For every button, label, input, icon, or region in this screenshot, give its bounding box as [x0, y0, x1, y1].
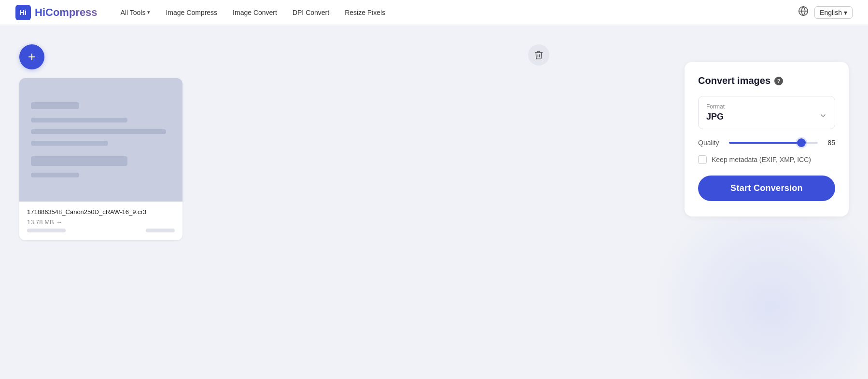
file-card: 1718863548_Canon250D_cRAW-16_9.cr3 13.78… [19, 78, 182, 240]
quality-value: 85 [824, 139, 835, 147]
metadata-checkbox[interactable] [698, 155, 707, 164]
logo[interactable]: Hi HiCompress [15, 5, 98, 20]
language-button[interactable]: English ▾ [814, 6, 853, 19]
quality-slider[interactable] [729, 142, 818, 144]
file-info: 1718863548_Canon250D_cRAW-16_9.cr3 13.78… [19, 202, 182, 240]
format-select[interactable]: Format JPG [698, 96, 835, 129]
preview-line-3 [31, 129, 166, 134]
start-conversion-button[interactable]: Start Conversion [698, 176, 835, 201]
file-name: 1718863548_Canon250D_cRAW-16_9.cr3 [27, 208, 175, 216]
format-chevron-icon [819, 112, 827, 122]
preview-line-2 [31, 118, 127, 122]
globe-icon[interactable] [798, 6, 809, 19]
lang-chevron-icon: ▾ [844, 9, 847, 16]
format-value: JPG [706, 112, 724, 122]
navbar: Hi HiCompress All Tools ▾ Image Compress… [0, 0, 868, 25]
file-meta: 13.78 MB → [27, 218, 175, 226]
nav-right: English ▾ [798, 6, 853, 19]
preview-line-6 [31, 173, 79, 177]
main-content: + 1718863548_Canon250D_cRAW-16_9.cr3 13.… [0, 25, 868, 379]
delete-button[interactable] [528, 44, 549, 66]
format-value-row: JPG [706, 112, 827, 122]
help-icon[interactable]: ? [774, 77, 783, 85]
file-size: 13.78 MB [27, 218, 54, 226]
quality-label: Quality [698, 139, 723, 147]
metadata-label: Keep metadata (EXIF, XMP, ICC) [712, 156, 811, 163]
nav-image-compress[interactable]: Image Compress [166, 9, 217, 16]
arrow-icon: → [56, 218, 62, 226]
logo-text: HiCompress [35, 6, 98, 19]
logo-icon: Hi [15, 5, 31, 20]
preview-line-4 [31, 141, 108, 146]
nav-resize-pixels[interactable]: Resize Pixels [345, 9, 385, 16]
progress-bar-right [146, 229, 175, 232]
nav-all-tools[interactable]: All Tools ▾ [121, 9, 151, 16]
nav-links: All Tools ▾ Image Compress Image Convert… [121, 9, 798, 16]
progress-bar-left [27, 229, 66, 232]
sidebar-panel: Convert images ? Format JPG Quality 85 [685, 62, 849, 217]
quality-row: Quality 85 [698, 139, 835, 147]
plus-icon: + [28, 49, 36, 65]
chevron-down-icon: ▾ [147, 9, 150, 15]
metadata-checkbox-row: Keep metadata (EXIF, XMP, ICC) [698, 155, 835, 164]
file-preview [19, 78, 182, 202]
trash-icon [534, 50, 544, 60]
file-progress-row [27, 229, 175, 232]
preview-line-1 [31, 102, 79, 109]
preview-line-5 [31, 156, 127, 166]
add-file-button[interactable]: + [19, 44, 44, 69]
format-label: Format [706, 103, 827, 110]
nav-dpi-convert[interactable]: DPI Convert [293, 9, 329, 16]
nav-image-convert[interactable]: Image Convert [233, 9, 277, 16]
panel-title: Convert images ? [698, 75, 835, 86]
